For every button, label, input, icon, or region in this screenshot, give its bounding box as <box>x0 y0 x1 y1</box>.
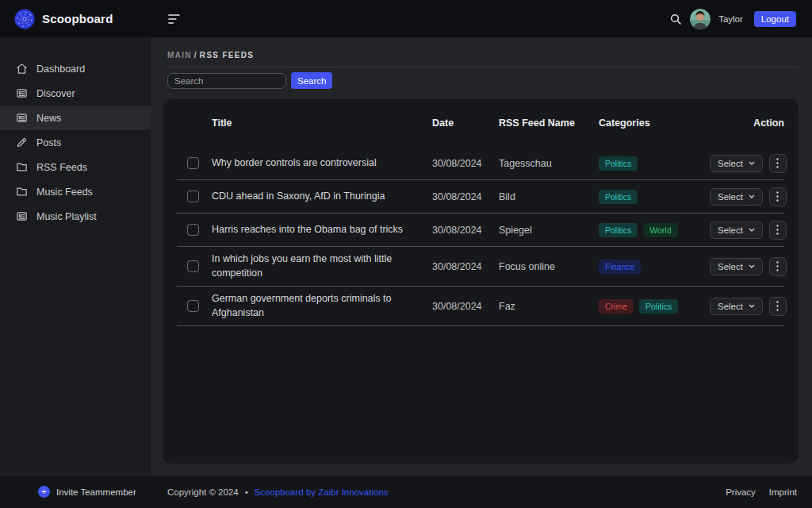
feed-name: Faz <box>499 301 599 312</box>
article-date: 30/08/2024 <box>432 301 499 312</box>
chevron-down-icon <box>749 264 755 268</box>
search-button[interactable]: Search <box>291 72 332 89</box>
user-avatar[interactable] <box>690 9 710 29</box>
select-dropdown[interactable]: Select <box>710 258 763 275</box>
folder-icon <box>16 186 28 198</box>
row-menu-button[interactable] <box>769 257 787 276</box>
category-badge: Politics <box>599 223 638 237</box>
sidebar-item-label: Discover <box>36 88 75 99</box>
sidebar-item-posts[interactable]: Posts <box>0 130 151 155</box>
brand[interactable]: Scoopboard <box>0 9 151 29</box>
breadcrumb: MAIN/RSS FEEDS <box>167 51 799 60</box>
chevron-down-icon <box>749 228 755 232</box>
sidebar: Dashboard Discover News Posts <box>0 37 151 475</box>
select-dropdown[interactable]: Select <box>710 155 763 172</box>
newspaper-icon <box>16 210 28 222</box>
category-badges: Politics <box>599 156 710 171</box>
article-date: 30/08/2024 <box>432 261 499 272</box>
table-row: CDU ahead in Saxony, AfD in Thuringia 30… <box>177 180 784 214</box>
row-checkbox[interactable] <box>187 157 199 169</box>
feed-name: Bild <box>499 191 599 202</box>
top-bar-main: Taylor Logout <box>151 9 812 29</box>
article-date: 30/08/2024 <box>432 191 499 202</box>
sidebar-item-label: Dashboard <box>36 64 85 75</box>
feed-name: Focus online <box>499 261 599 272</box>
row-checkbox[interactable] <box>187 190 199 202</box>
pencil-icon <box>16 137 28 148</box>
sidebar-item-label: RSS Feeds <box>36 162 87 173</box>
row-menu-button[interactable] <box>769 221 787 240</box>
column-header-categories: Categories <box>599 117 710 129</box>
row-menu-button[interactable] <box>769 187 787 206</box>
sidebar-item-news[interactable]: News <box>0 106 151 130</box>
breadcrumb-section[interactable]: MAIN <box>167 51 192 60</box>
logout-button[interactable]: Logout <box>754 11 796 27</box>
copyright-text: Copyright © 2024 <box>167 487 239 497</box>
row-checkbox[interactable] <box>187 224 199 236</box>
bullet-separator: • <box>245 487 248 497</box>
row-menu-button[interactable] <box>769 154 787 173</box>
column-header-title: Title <box>212 117 432 129</box>
select-dropdown[interactable]: Select <box>710 188 763 206</box>
brand-name: Scoopboard <box>42 12 113 25</box>
brand-link[interactable]: Scoopboard by Zaibr Innovations <box>255 487 389 497</box>
chevron-down-icon <box>749 304 755 308</box>
breadcrumb-separator: / <box>194 51 197 60</box>
search-input[interactable] <box>167 73 286 89</box>
category-badge: Politics <box>599 190 638 204</box>
chevron-down-icon <box>749 194 755 198</box>
breadcrumb-divider <box>167 67 799 67</box>
app-root: Scoopboard <box>0 0 812 508</box>
row-checkbox[interactable] <box>187 260 199 272</box>
sidebar-item-rss-feeds[interactable]: RSS Feeds <box>0 155 151 179</box>
table-header-row: Title Date RSS Feed Name Categories Acti… <box>177 99 784 147</box>
category-badges: Politics <box>599 190 710 204</box>
sidebar-item-label: Music Feeds <box>36 187 93 198</box>
privacy-link[interactable]: Privacy <box>726 487 756 497</box>
imprint-link[interactable]: Imprint <box>769 487 797 497</box>
table-row: In which jobs you earn the most with lit… <box>177 247 784 287</box>
column-header-date: Date <box>432 117 499 129</box>
sidebar-item-discover[interactable]: Discover <box>0 81 151 106</box>
row-menu-button[interactable] <box>769 297 787 316</box>
article-date: 30/08/2024 <box>432 158 499 169</box>
select-dropdown[interactable]: Select <box>710 221 763 239</box>
footer-main: Copyright © 2024 • Scoopboard by Zaibr I… <box>151 487 812 497</box>
invite-teammember-button[interactable]: + Invite Teammember <box>0 486 151 498</box>
article-title: CDU ahead in Saxony, AfD in Thuringia <box>212 190 432 204</box>
user-name: Taylor <box>718 14 743 24</box>
sidebar-item-music-playlist[interactable]: Music Playlist <box>0 204 151 229</box>
footer: + Invite Teammember Copyright © 2024 • S… <box>0 475 812 508</box>
row-checkbox[interactable] <box>187 300 199 312</box>
select-label: Select <box>718 262 743 271</box>
sidebar-item-dashboard[interactable]: Dashboard <box>0 56 151 81</box>
plus-circle-icon: + <box>38 486 50 498</box>
row-actions: Select <box>710 297 787 316</box>
feed-name: Spiegel <box>499 225 599 236</box>
top-bar: Scoopboard <box>0 0 812 37</box>
table-row: German government deports criminals to A… <box>177 287 784 326</box>
main-content: MAIN/RSS FEEDS Search Title Date RSS Fee… <box>151 37 812 475</box>
home-icon <box>16 63 28 75</box>
invite-label: Invite Teammember <box>56 487 136 497</box>
kebab-icon <box>776 261 779 271</box>
category-badge: Politics <box>599 156 638 171</box>
legal-links: Privacy Imprint <box>726 487 797 497</box>
breadcrumb-current: RSS FEEDS <box>200 51 254 60</box>
row-actions: Select <box>710 154 787 173</box>
chevron-down-icon <box>749 161 755 165</box>
article-title: Harris reaches into the Obama bag of tri… <box>212 223 432 237</box>
menu-toggle-icon[interactable] <box>168 13 182 25</box>
search-bar: Search <box>167 72 799 89</box>
avatar-image <box>690 9 710 29</box>
column-header-action: Action <box>753 117 784 129</box>
top-bar-actions: Taylor Logout <box>669 9 796 29</box>
search-icon[interactable] <box>669 13 682 25</box>
select-dropdown[interactable]: Select <box>710 298 763 315</box>
sidebar-item-music-feeds[interactable]: Music Feeds <box>0 179 151 204</box>
select-label: Select <box>718 302 743 311</box>
category-badge: Finance <box>599 260 641 274</box>
select-label: Select <box>718 225 743 235</box>
category-badges: Politics World <box>599 223 710 237</box>
rss-feeds-table-card: Title Date RSS Feed Name Categories Acti… <box>163 99 799 464</box>
